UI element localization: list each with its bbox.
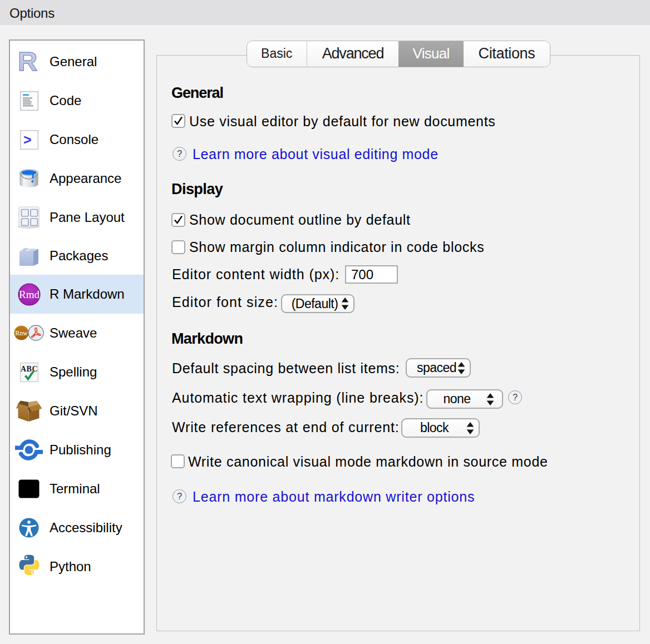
svg-text:Rnw: Rnw — [15, 329, 28, 337]
svg-text:>: > — [23, 131, 32, 147]
svg-text:ABC: ABC — [20, 364, 37, 373]
svg-text:Rmd: Rmd — [19, 289, 40, 300]
svg-text:R: R — [18, 50, 37, 73]
